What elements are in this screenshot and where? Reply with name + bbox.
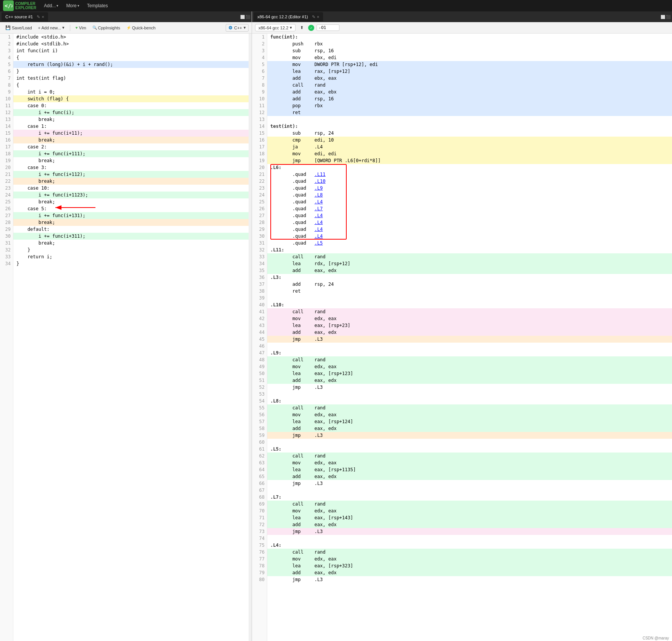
asm-line-number: 10 [252, 95, 267, 102]
line-number: 20 [0, 164, 13, 171]
asm-line-number: 79 [252, 569, 267, 576]
asm-line-number: 77 [252, 556, 267, 562]
asm-tab[interactable]: x86-64 gcc 12.2 (Editor #1) ✎ × [254, 12, 323, 21]
source-code-line: break; [13, 178, 249, 185]
source-code-line: case 2: [13, 143, 249, 150]
asm-line-number: 19 [252, 157, 267, 164]
asm-code-line: jmp [QWORD PTR .L6[0+rdi*8]] [267, 157, 672, 164]
line-number: 8 [0, 82, 13, 89]
share-icon: ⬆ [300, 25, 304, 30]
asm-code-line: .quad .L9 [267, 185, 672, 192]
asm-line-number: 52 [252, 384, 267, 391]
svg-text:</>: </> [5, 3, 13, 9]
asm-code-line: .L8: [267, 398, 672, 404]
source-code-area: 1234567891011121314151617181920212223242… [0, 34, 252, 641]
language-selector[interactable]: ⚙ C++ ▾ [226, 24, 249, 32]
line-number: 34 [0, 260, 13, 267]
asm-line-number: 65 [252, 473, 267, 480]
asm-tab-edit-button[interactable]: ✎ [312, 14, 315, 19]
vim-button[interactable]: ♥ Vim [73, 25, 89, 31]
asm-code-line: jmp .L3 [267, 480, 672, 487]
asm-code-line: mov edx, eax [267, 411, 672, 418]
asm-line-number: 25 [252, 198, 267, 205]
maximize-button[interactable]: ⬛ [246, 15, 250, 19]
quick-bench-button[interactable]: ⚡ Quick-bench [124, 25, 158, 31]
line-numbers: 1234567891011121314151617181920212223242… [0, 34, 13, 641]
asm-code-line: mov edi, edi [267, 150, 672, 157]
source-code-line: } [13, 246, 249, 253]
asm-label: .L8: [270, 398, 281, 404]
optimization-input[interactable] [317, 24, 339, 31]
asm-code-line: .quad .L4 [267, 233, 672, 240]
asm-code-line: add eax, edx [267, 267, 672, 274]
label-link[interactable]: .L4 [315, 220, 323, 225]
source-tab[interactable]: C++ source #1 ✎ × [2, 12, 48, 21]
asm-line-number: 37 [252, 281, 267, 288]
compiler-selector[interactable]: x86-64 gcc 12.2 ▾ [255, 24, 296, 31]
label-link[interactable]: .L4 [315, 227, 323, 232]
asm-code-line: .quad .L4 [267, 226, 672, 233]
asm-line-number: 50 [252, 370, 267, 377]
label-link[interactable]: .L7 [315, 206, 323, 211]
add-new-button[interactable]: + Add new... ▾ [36, 24, 67, 31]
source-code-line: #include <stdio.h> [13, 34, 249, 40]
label-link[interactable]: .L4 [315, 199, 323, 205]
asm-label: .L11: [270, 247, 284, 253]
asm-line-number: 57 [252, 418, 267, 425]
compiler-chevron-icon: ▾ [290, 25, 292, 30]
asm-line-number: 51 [252, 377, 267, 384]
asm-line-number: 3 [252, 47, 267, 54]
label-link[interactable]: .L4 [315, 234, 323, 239]
asm-line-number: 7 [252, 75, 267, 82]
label-link[interactable]: .L9 [315, 185, 323, 191]
line-number: 28 [0, 219, 13, 226]
line-number: 6 [0, 68, 13, 75]
asm-label: .L6: [270, 165, 281, 170]
more-chevron-icon: ▾ [78, 4, 79, 8]
tab-close-button[interactable]: × [42, 14, 44, 19]
asm-code-line: .L11: [267, 246, 672, 253]
source-code-line: break; [13, 240, 249, 246]
label-link[interactable]: .L5 [315, 240, 323, 246]
asm-code-line: lea eax, [rsp+23] [267, 322, 672, 329]
cpp-insights-button[interactable]: 🔍 CppInsights [90, 25, 123, 31]
asm-label: func(int): [270, 34, 298, 40]
asm-line-number: 76 [252, 549, 267, 556]
asm-code-line: call rand [267, 82, 672, 89]
asm-line-number: 8 [252, 82, 267, 89]
asm-line-number: 4 [252, 54, 267, 61]
asm-line-number: 40 [252, 301, 267, 308]
line-number: 9 [0, 89, 13, 95]
asm-code-line: jmp .L3 [267, 528, 672, 535]
asm-code-line: .L9: [267, 349, 672, 356]
source-code-line: i += func(i+11); [13, 130, 249, 137]
asm-code-line: add rsp, 24 [267, 281, 672, 288]
asm-content[interactable]: func(int): push rbx sub rsp, 16 mov ebx,… [267, 34, 672, 641]
line-number: 23 [0, 185, 13, 192]
line-number: 25 [0, 198, 13, 205]
label-link[interactable]: .L11 [315, 172, 326, 177]
minimize-button[interactable]: ⬜ [240, 15, 245, 19]
source-code-line: case 0: [13, 102, 249, 109]
asm-line-number: 72 [252, 521, 267, 528]
line-number: 7 [0, 75, 13, 82]
share-button[interactable]: ⬆ [298, 24, 306, 31]
asm-line-number: 56 [252, 411, 267, 418]
asm-line-number: 12 [252, 109, 267, 116]
more-menu-button[interactable]: More ▾ [63, 2, 82, 9]
asm-minimize-button[interactable]: ⬜ [661, 15, 665, 19]
source-code-line: i += func(i); [13, 109, 249, 116]
asm-maximize-button[interactable]: ⬛ [666, 15, 670, 19]
templates-button[interactable]: Templates [84, 2, 111, 9]
label-link[interactable]: .L4 [315, 213, 323, 218]
label-link[interactable]: .L8 [315, 192, 323, 198]
tab-edit-button[interactable]: ✎ [37, 14, 40, 19]
source-tab-label: C++ source #1 [5, 14, 33, 19]
asm-tab-close-button[interactable]: × [317, 14, 319, 19]
code-content[interactable]: #include <stdio.h>#include <stdlib.h>int… [13, 34, 249, 641]
status-indicator: ✓ [308, 25, 314, 31]
add-menu-button[interactable]: Add... ▾ [41, 2, 61, 9]
save-load-button[interactable]: 💾 Save/Load [3, 24, 34, 31]
asm-code-line: add eax, edx [267, 329, 672, 336]
label-link[interactable]: .L10 [315, 179, 326, 184]
